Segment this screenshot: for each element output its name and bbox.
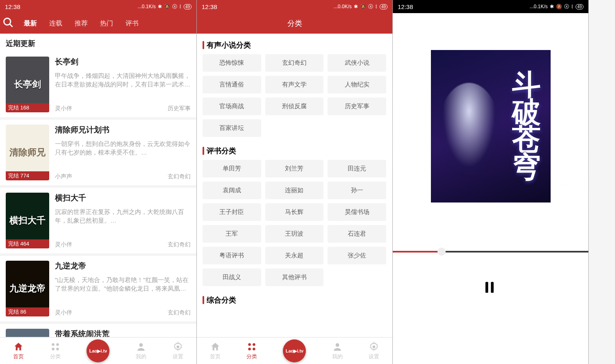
book-author: 小声声 xyxy=(55,173,72,180)
tab-pingshu[interactable]: 评书 xyxy=(123,19,141,28)
download-label: 下载 xyxy=(446,234,458,241)
nav-home-label: 首页 xyxy=(210,353,221,360)
bluetooth-icon: ✱ xyxy=(158,4,162,9)
tab-recommend[interactable]: 推荐 xyxy=(72,19,90,28)
status-bar: 12:38 ...0.0K/s ✱ 🔕 ⓧ ⧙ 49 xyxy=(197,0,392,13)
bottom-nav: 首页 分类 Lao▶i.tv 我的 设置 xyxy=(197,337,392,364)
nav-mine[interactable]: 我的 xyxy=(332,341,343,360)
category-pill[interactable]: 王玥波 xyxy=(265,225,324,243)
progress-fill xyxy=(393,251,442,253)
status-time: 12:38 xyxy=(398,3,413,10)
book-cover: 九逆龙帝完结 86 xyxy=(6,261,49,316)
category-pill[interactable]: 粤语评书 xyxy=(203,247,261,264)
status-right: ...0.1K/s ✱ 🔕 ⓧ ⧙ 49 xyxy=(530,3,583,10)
book-footer: 灵小伴玄幻奇幻 xyxy=(55,309,191,316)
category-pill[interactable]: 单田芳 xyxy=(203,160,261,177)
category-pill[interactable]: 其他评书 xyxy=(265,268,324,286)
nav-category[interactable]: 分类 xyxy=(50,341,61,360)
svg-point-13 xyxy=(373,346,376,348)
back-icon[interactable] xyxy=(399,17,409,29)
nav-brand-label: Lao▶i.tv xyxy=(286,348,303,354)
category-pill[interactable]: 刑侦反腐 xyxy=(265,98,324,115)
book-desc: 沉寂的世界正在复苏，九州之内，大乾统御八百年，乱象已然初显。… xyxy=(55,207,191,225)
cover-text: 九逆龙帝 xyxy=(9,282,46,295)
book-list-item[interactable]: 九逆龙帝完结 86九逆龙帝"山无棱，天地合，乃敢与君绝！"红颜一笑，站在了世界的… xyxy=(0,256,196,324)
nav-home[interactable]: 首页 xyxy=(210,341,221,360)
category-pill[interactable]: 刘兰芳 xyxy=(265,160,324,177)
category-pill[interactable]: 孙一 xyxy=(328,182,386,199)
category-pill[interactable]: 张少佐 xyxy=(328,247,386,264)
category-pill[interactable]: 王军 xyxy=(203,225,261,243)
timer-button[interactable]: 定时 xyxy=(484,219,497,241)
feedback-button[interactable]: 反馈 xyxy=(569,19,582,27)
svg-point-3 xyxy=(56,343,59,346)
category-pill[interactable]: 官场商战 xyxy=(203,98,261,115)
tab-latest[interactable]: 最新 xyxy=(21,19,39,28)
previous-button[interactable] xyxy=(438,279,454,296)
nav-mine[interactable]: 我的 xyxy=(136,341,146,360)
nav-category[interactable]: 分类 xyxy=(246,341,257,360)
battery-icon: 49 xyxy=(380,4,387,9)
category-section-title: 有声小说分类 xyxy=(197,34,392,54)
svg-point-18 xyxy=(530,224,532,226)
nav-brand-button[interactable]: Lao▶i.tv xyxy=(283,339,306,362)
nav-settings-label: 设置 xyxy=(173,353,183,360)
category-pill[interactable]: 有声文学 xyxy=(265,76,324,93)
forward-15-button[interactable]: + 15s xyxy=(560,284,576,291)
category-body: 有声小说分类恐怖惊悚玄幻奇幻武侠小说言情通俗有声文学人物纪实官场商战刑侦反腐历史… xyxy=(197,34,392,337)
book-cover: 长亭剑完结 168 xyxy=(6,57,49,112)
favorite-button[interactable]: 收藏 xyxy=(408,219,420,241)
status-time: 12:38 xyxy=(202,3,217,10)
tab-hot[interactable]: 热门 xyxy=(98,19,116,28)
next-button[interactable] xyxy=(526,279,541,296)
pause-button[interactable] xyxy=(473,271,506,304)
book-cover: 横扫大千完结 464 xyxy=(6,193,49,248)
book-desc: 一朝穿书，想到自己的炮灰身份，云无欢觉得如今只有七岁的她，根本承受不住。… xyxy=(55,139,191,157)
wifi-icon: ⧙ xyxy=(179,4,182,9)
category-pill[interactable]: 言情通俗 xyxy=(203,76,261,93)
category-pill[interactable]: 玄幻奇幻 xyxy=(265,54,324,72)
book-list-item[interactable]: 长亭剑完结 168长亭剑甲午战争，烽烟四起，大清国神州大地风雨飘摇，在日本意欲掀… xyxy=(0,52,196,120)
tab-serial[interactable]: 连载 xyxy=(47,19,65,28)
nav-settings[interactable]: 设置 xyxy=(173,341,183,360)
book-status-badge: 完结 168 xyxy=(6,103,49,112)
nav-brand-button[interactable]: Lao▶i.tv xyxy=(87,339,109,362)
category-pill[interactable]: 王子封臣 xyxy=(203,203,261,221)
category-pill[interactable]: 石连君 xyxy=(328,225,386,243)
progress-bar[interactable] xyxy=(393,251,588,253)
player-settings-button[interactable]: 设置 xyxy=(523,219,535,241)
timer-label: 定时 xyxy=(485,234,496,241)
player-title: 斗破苍穹 xyxy=(409,18,569,28)
book-list-item[interactable]: 横扫大千完结 464横扫大千沉寂的世界正在复苏，九州之内，大乾统御八百年，乱象已… xyxy=(0,188,196,256)
nav-settings[interactable]: 设置 xyxy=(369,341,379,360)
x-icon: ⓧ xyxy=(368,3,373,10)
category-pill[interactable]: 昊儒书场 xyxy=(328,203,386,221)
category-pill[interactable]: 袁阔成 xyxy=(203,182,261,199)
category-pill[interactable]: 关永超 xyxy=(265,247,324,264)
nav-home[interactable]: 首页 xyxy=(13,341,24,360)
section-title: 近期更新 xyxy=(0,34,196,52)
search-icon[interactable] xyxy=(2,17,14,30)
rewind-15-button[interactable]: - 15s xyxy=(405,284,419,291)
book-list-item[interactable]: 清除师兄完结 774清除师兄计划书一朝穿书，想到自己的炮灰身份，云无欢觉得如今只… xyxy=(0,120,196,188)
svg-rect-28 xyxy=(491,282,494,293)
category-pill[interactable]: 马长辉 xyxy=(265,203,324,221)
player-actions: 收藏 下载 定时 设置 列表 xyxy=(393,213,588,245)
download-button[interactable]: 下载 xyxy=(446,219,458,241)
category-pill[interactable]: 连丽如 xyxy=(265,182,324,199)
svg-point-0 xyxy=(4,18,11,25)
album-text: 斗 破 苍 穹 xyxy=(431,72,551,181)
time-total: 13:19 xyxy=(568,256,583,262)
book-list-item[interactable]: 带着系统闹洪荒开局只带一个系统 装备全靠拼！每完成一个任务 xyxy=(0,324,196,337)
book-category: 历史军事 xyxy=(168,105,191,112)
battery-icon: 49 xyxy=(576,4,583,9)
category-pill[interactable]: 武侠小说 xyxy=(328,54,386,72)
category-pill[interactable]: 恐怖惊悚 xyxy=(203,54,261,72)
category-pill[interactable]: 百家讲坛 xyxy=(203,119,261,137)
category-pill[interactable]: 田战义 xyxy=(203,268,261,286)
playlist-button[interactable]: 列表 xyxy=(561,219,574,241)
book-author: 灵小伴 xyxy=(55,309,72,316)
status-bar: 12:38 ...0.1K/s ✱ 🔕 ⓧ ⧙ 49 xyxy=(393,0,588,13)
book-category: 玄幻奇幻 xyxy=(168,309,191,316)
favorite-label: 收藏 xyxy=(408,234,419,241)
